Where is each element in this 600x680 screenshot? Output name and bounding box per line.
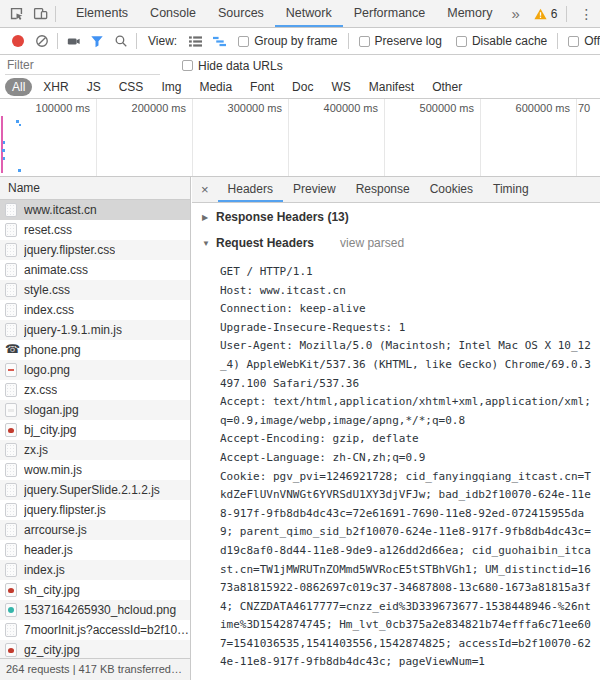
details-tab[interactable]: Preview (283, 177, 346, 202)
record-network-log-button[interactable] (12, 35, 24, 47)
network-request-row[interactable]: bj_city.jpg (0, 420, 190, 440)
main-tab[interactable]: Console (139, 0, 207, 27)
details-tab[interactable]: Timing (483, 177, 539, 202)
network-request-row[interactable]: www.itcast.cn (0, 200, 190, 220)
request-name: header.js (24, 543, 73, 557)
type-filter-pill[interactable]: Media (192, 78, 239, 96)
document-icon (5, 223, 17, 237)
console-warnings-badge[interactable]: 6 (528, 7, 564, 21)
network-request-row[interactable]: 7moorInit.js?accessId=b2f10… (0, 620, 190, 640)
checkbox-box (456, 36, 467, 47)
request-name: phone.png (24, 343, 81, 357)
gridline (576, 99, 577, 176)
separator (55, 6, 56, 22)
request-name: wow.min.js (24, 463, 82, 477)
more-tabs-icon[interactable]: » (503, 5, 527, 22)
network-request-row[interactable]: 1537164265930_hcloud.png (0, 600, 190, 620)
use-large-rows-icon[interactable] (183, 29, 207, 53)
capture-screenshots-icon[interactable] (61, 29, 85, 53)
logo-image-icon (5, 363, 17, 377)
details-tab-bar: × Headers Preview Response Cookies Timin… (192, 177, 600, 203)
clear-network-log-icon[interactable] (30, 29, 54, 53)
filter-input[interactable] (5, 56, 160, 75)
inspect-element-icon[interactable] (4, 2, 28, 26)
network-request-row[interactable]: jquery.SuperSlide.2.1.2.js (0, 480, 190, 500)
filter-row: Hide data URLs (0, 55, 600, 76)
main-tab[interactable]: Elements (65, 0, 139, 27)
network-request-row[interactable]: logo.png (0, 360, 190, 380)
preserve-log-checkbox[interactable]: Preserve log (359, 34, 442, 48)
network-request-row[interactable]: sh_city.jpg (0, 580, 190, 600)
network-request-row[interactable]: gz_city.jpg (0, 640, 190, 658)
network-request-row[interactable]: index.js (0, 560, 190, 580)
timeline-tick-label: 600000 ms (480, 102, 570, 114)
request-name: reset.css (24, 223, 72, 237)
network-request-row[interactable]: index.css (0, 300, 190, 320)
network-request-row[interactable]: phone.png (0, 340, 190, 360)
type-filter-pill[interactable]: Doc (285, 78, 320, 96)
disable-cache-checkbox[interactable]: Disable cache (456, 34, 547, 48)
request-dot (19, 124, 21, 126)
slogan-image-icon (5, 403, 17, 417)
main-tab[interactable]: Sources (207, 0, 275, 27)
document-icon (5, 563, 17, 577)
request-name: style.css (24, 283, 70, 297)
network-request-row[interactable]: jquery.flipster.css (0, 240, 190, 260)
type-filter-pill[interactable]: WS (324, 78, 357, 96)
type-filter-pill[interactable]: Other (425, 78, 469, 96)
devtools-menu-icon[interactable]: ⋮ (570, 6, 600, 22)
filter-funnel-icon[interactable] (85, 29, 109, 53)
type-filter-pill[interactable]: Font (243, 78, 281, 96)
checkbox-box (568, 36, 579, 47)
network-request-row[interactable]: animate.css (0, 260, 190, 280)
name-column-header[interactable]: Name (0, 177, 190, 200)
network-request-row[interactable]: reset.css (0, 220, 190, 240)
network-request-row[interactable]: slogan.jpg (0, 400, 190, 420)
request-headers-section-toggle[interactable]: ▼ Request Headers view parsed (192, 230, 600, 256)
type-filter-pill[interactable]: CSS (112, 78, 151, 96)
network-request-row[interactable]: wow.min.js (0, 460, 190, 480)
type-filter-pill[interactable]: All (5, 78, 32, 96)
network-request-row[interactable]: arrcourse.js (0, 520, 190, 540)
requests-table: Name www.itcast.cn reset.css jquery.flip… (0, 177, 191, 680)
request-name: jquery.flipster.css (24, 243, 115, 257)
main-tab[interactable]: Network (275, 0, 343, 27)
close-details-icon[interactable]: × (192, 182, 218, 197)
details-tab[interactable]: Headers (218, 177, 283, 202)
resource-type-filters: All XHR JS CSS Img Media Font Doc WS Man… (0, 76, 600, 99)
search-icon[interactable] (109, 29, 133, 53)
details-tab[interactable]: Cookies (420, 177, 483, 202)
network-overview-timeline[interactable]: 100000 ms 200000 ms 300000 ms 400000 ms … (0, 99, 600, 177)
hide-data-urls-checkbox[interactable]: Hide data URLs (182, 59, 283, 73)
main-tab[interactable]: Performance (343, 0, 437, 27)
main-tab[interactable]: Memory (436, 0, 503, 27)
network-request-row[interactable]: zx.js (0, 440, 190, 460)
request-name: 7moorInit.js?accessId=b2f10… (24, 623, 189, 637)
devtools-tab-bar: Elements Console Sources Network Perform… (0, 0, 600, 28)
network-request-row[interactable]: jquery-1.9.1.min.js (0, 320, 190, 340)
request-name: 1537164265930_hcloud.png (24, 603, 176, 617)
separator (566, 6, 567, 22)
network-request-row[interactable]: jquery.flipster.js (0, 500, 190, 520)
group-by-frame-checkbox[interactable]: Group by frame (238, 34, 337, 48)
type-filter-pill[interactable]: XHR (36, 78, 75, 96)
checkbox-box (238, 36, 249, 47)
offline-checkbox[interactable]: Offli (568, 34, 600, 48)
show-overview-waterfall-icon[interactable] (207, 29, 231, 53)
network-request-row[interactable]: style.css (0, 280, 190, 300)
type-filter-pill[interactable]: JS (80, 78, 108, 96)
timeline-tick-label: 500000 ms (384, 102, 474, 114)
network-request-row[interactable]: header.js (0, 540, 190, 560)
device-toolbar-icon[interactable] (28, 2, 52, 26)
details-tab[interactable]: Response (346, 177, 420, 202)
view-parsed-link[interactable]: view parsed (340, 236, 404, 250)
request-headers-raw-text: GET / HTTP/1.1 Host: www.itcast.cn Conne… (220, 263, 600, 672)
response-headers-section-toggle[interactable]: ▶ Response Headers (13) (192, 204, 600, 230)
separator (57, 33, 58, 49)
network-request-row[interactable]: zx.css (0, 380, 190, 400)
city-image-icon (5, 643, 17, 657)
type-filter-pill[interactable]: Img (154, 78, 188, 96)
document-icon (5, 463, 17, 477)
type-filter-pill[interactable]: Manifest (362, 78, 421, 96)
phone-icon (5, 343, 17, 357)
